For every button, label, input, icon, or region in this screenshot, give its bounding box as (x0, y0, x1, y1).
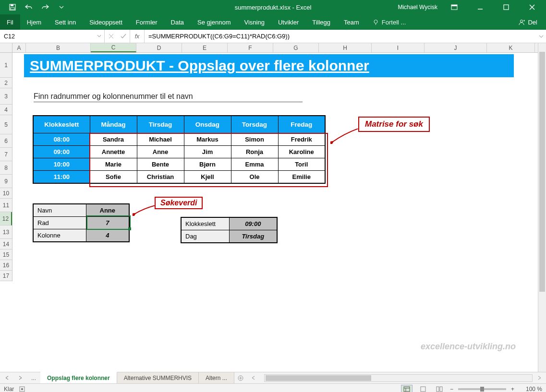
schedule-cell: Jim (184, 146, 231, 158)
ribbon-tabs: Fil HjemSett innSideoppsettFormlerDataSe… (0, 14, 546, 30)
expand-formula-icon[interactable] (536, 30, 546, 43)
row-header-2[interactable]: 2 (0, 78, 12, 88)
col-header-D[interactable]: D (136, 43, 182, 52)
redo-icon[interactable] (39, 1, 51, 13)
normal-view-icon[interactable] (401, 385, 413, 392)
row-header-10[interactable]: 10 (0, 188, 12, 199)
tab-utvikler[interactable]: Utvikler (271, 14, 305, 30)
tab-team[interactable]: Team (337, 14, 366, 30)
qat-customize-icon[interactable] (56, 1, 67, 13)
row-header-3[interactable]: 3 (0, 88, 12, 105)
share-button[interactable]: Del (518, 19, 546, 26)
sheet-canvas[interactable]: SUMMERPRODUKT - Oppslag over flere kolon… (12, 53, 538, 372)
hscroll-right-icon[interactable] (533, 376, 546, 380)
col-header-J[interactable]: J (425, 43, 487, 52)
zoom-slider[interactable] (458, 388, 506, 390)
row-header-11[interactable]: 11 (0, 199, 12, 212)
row-header-1[interactable]: 1 (0, 53, 12, 78)
select-all-corner[interactable] (0, 43, 12, 52)
row-header-9[interactable]: 9 (0, 175, 12, 188)
subtitle: Finn radnummer og kolonnenummer til et n… (34, 92, 303, 102)
cancel-formula-icon[interactable] (105, 34, 117, 39)
tab-nav-next-icon[interactable] (13, 372, 27, 383)
vertical-scrollbar[interactable] (538, 43, 546, 372)
hscroll-thumb[interactable] (266, 375, 371, 381)
page-break-view-icon[interactable] (434, 385, 445, 392)
name-box-input[interactable] (0, 30, 104, 43)
vscroll-thumb[interactable] (539, 52, 545, 292)
row-header-5[interactable]: 5 (0, 115, 12, 134)
tab-nav-ellipsis[interactable]: ... (27, 372, 40, 383)
col-header-C[interactable]: C (91, 43, 136, 52)
tab-se-gjennom[interactable]: Se gjennom (191, 14, 237, 30)
lookup-value: 4 (86, 229, 129, 242)
sheet-tab[interactable]: Altern ... (199, 372, 234, 383)
lookup-value: Anne (86, 204, 129, 217)
row-headers: 1234567891011121314151617 (0, 53, 12, 281)
ribbon-options-icon[interactable] (445, 0, 463, 14)
share-icon (518, 19, 525, 25)
col-header-A[interactable]: A (12, 43, 26, 52)
row-header-12[interactable]: 12 (0, 212, 12, 226)
zoom-out-icon[interactable]: − (450, 386, 453, 392)
col-header-I[interactable]: I (372, 43, 425, 52)
col-header-F[interactable]: F (228, 43, 273, 52)
col-header-E[interactable]: E (182, 43, 228, 52)
row-header-7[interactable]: 7 (0, 148, 12, 161)
zoom-slider-thumb[interactable] (480, 387, 484, 392)
close-button[interactable] (523, 0, 541, 14)
horizontal-scrollbar[interactable] (264, 374, 533, 382)
tab-hjem[interactable]: Hjem (20, 14, 48, 30)
tab-data[interactable]: Data (164, 14, 191, 30)
tab-sett-inn[interactable]: Sett inn (48, 14, 83, 30)
hscroll-left-icon[interactable] (247, 376, 260, 380)
name-box[interactable] (0, 30, 105, 43)
col-header-G[interactable]: G (273, 43, 319, 52)
row-header-14[interactable]: 14 (0, 239, 12, 249)
schedule-header: Onsdag (184, 116, 231, 133)
svg-rect-20 (21, 388, 23, 390)
schedule-cell: Ronja (231, 146, 278, 158)
new-sheet-icon[interactable] (234, 372, 247, 383)
user-name: Michael Wycisk (398, 4, 437, 11)
tab-file[interactable]: Fil (0, 14, 20, 30)
row-header-6[interactable]: 6 (0, 134, 12, 148)
row-header-4[interactable]: 4 (0, 105, 12, 115)
macro-record-icon[interactable] (19, 386, 25, 392)
row-header-16[interactable]: 16 (0, 260, 12, 271)
zoom-level[interactable]: 100 % (519, 386, 542, 392)
sheet-tab-active[interactable]: Oppslag flere kolonner (40, 372, 117, 383)
schedule-time: 09:00 (33, 146, 90, 158)
schedule-cell: Bente (137, 158, 184, 171)
sheet-tab[interactable]: Alternative SUMMERHVIS (117, 372, 199, 383)
undo-icon[interactable] (23, 1, 35, 13)
lookup-table-2: Klokkeslett09:00DagTirsdag (181, 217, 278, 243)
page-title: SUMMERPRODUKT - Oppslag over flere kolon… (24, 54, 514, 77)
tab-sideoppsett[interactable]: Sideoppsett (83, 14, 129, 30)
page-layout-view-icon[interactable] (417, 385, 429, 392)
col-header-H[interactable]: H (319, 43, 372, 52)
row-header-13[interactable]: 13 (0, 226, 12, 239)
row-header-8[interactable]: 8 (0, 161, 12, 175)
formula-input[interactable] (145, 30, 536, 43)
tab-visning[interactable]: Visning (237, 14, 271, 30)
fx-label[interactable]: fx (130, 30, 145, 43)
accept-formula-icon[interactable] (117, 34, 130, 39)
row-header-17[interactable]: 17 (0, 271, 12, 281)
minimize-button[interactable] (471, 0, 489, 14)
row-header-15[interactable]: 15 (0, 249, 12, 260)
save-icon[interactable] (7, 1, 18, 13)
schedule-time: 08:00 (33, 133, 90, 146)
window-title: summerprodukt.xlsx - Excel (235, 4, 312, 11)
tab-formler[interactable]: Formler (129, 14, 164, 30)
lookup-label: Kolonne (33, 229, 86, 242)
schedule-cell: Marie (90, 158, 137, 171)
col-header-B[interactable]: B (26, 43, 91, 52)
maximize-button[interactable] (497, 0, 515, 14)
tab-tillegg[interactable]: Tillegg (305, 14, 337, 30)
zoom-in-icon[interactable]: + (511, 386, 514, 392)
col-header-K[interactable]: K (487, 43, 535, 52)
schedule-cell: Christian (137, 171, 184, 184)
tab-nav-prev-icon[interactable] (0, 372, 13, 383)
tell-me[interactable]: Fortell ... (366, 14, 413, 30)
